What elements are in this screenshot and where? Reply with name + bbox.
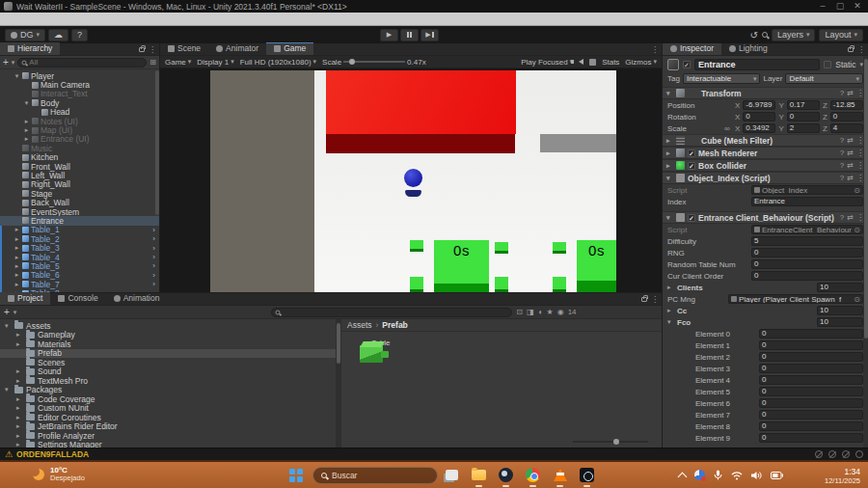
hierarchy-item[interactable]: Map (UI) ›	[0, 125, 159, 134]
icon-size-slider[interactable]	[573, 441, 648, 443]
search-icon[interactable]	[762, 32, 768, 38]
close-button[interactable]: ✕	[851, 0, 864, 13]
vsync-icon[interactable]	[589, 59, 596, 66]
project-tree-item[interactable]: Prefab	[0, 349, 336, 359]
expand-arrow-icon[interactable]	[16, 377, 23, 385]
expand-arrow-icon[interactable]	[16, 404, 23, 412]
active-checkbox[interactable]: ✓	[683, 61, 691, 68]
tab-project[interactable]: Project	[0, 292, 50, 305]
resolution-dropdown[interactable]: Full HD (1920x1080) ▾	[240, 58, 316, 67]
layers-dropdown[interactable]: Layers ▾	[772, 29, 816, 41]
value-field[interactable]: 0	[751, 271, 863, 281]
axis-z-field[interactable]: 4	[830, 123, 863, 133]
element-field[interactable]: 0	[759, 433, 863, 443]
tab-inspector[interactable]: Inspector	[663, 43, 721, 55]
kebab-menu-icon[interactable]: ⋮	[149, 45, 156, 54]
weather-widget[interactable]: 10°C Despejado	[33, 466, 85, 483]
file-explorer-icon[interactable]	[471, 467, 487, 483]
axis-x-field[interactable]: 0	[743, 112, 775, 122]
hierarchy-item[interactable]: Player ›	[0, 71, 159, 80]
box-collider-header[interactable]: ▸ ✓ Box Collider ? ⇄ ⋮	[663, 159, 868, 172]
project-tree-item[interactable]: Editor Coroutines	[0, 413, 336, 422]
unity-app-icon[interactable]	[579, 467, 595, 483]
hierarchy-item[interactable]: Back_Wall ›	[0, 198, 159, 206]
search-in-icon[interactable]: ⊡	[516, 308, 523, 316]
gizmos-dropdown[interactable]: Gizmos ▾	[625, 58, 657, 67]
presets-icon[interactable]: ⇄	[847, 174, 854, 182]
expand-arrow-icon[interactable]	[14, 235, 20, 243]
inspector-scrollbar[interactable]	[864, 59, 868, 339]
expand-arrow-icon[interactable]	[16, 340, 23, 348]
presets-icon[interactable]: ⇄	[847, 213, 854, 222]
expand-arrow-icon[interactable]: ▸	[666, 149, 673, 157]
hierarchy-item[interactable]: Body ›	[0, 98, 159, 107]
expand-arrow-icon[interactable]	[16, 395, 23, 403]
project-search-input[interactable]	[283, 308, 508, 316]
axis-y-field[interactable]: 0.17	[787, 100, 820, 110]
taskbar-clock[interactable]: 1:34 12/11/2025	[825, 467, 860, 485]
filter-label-icon[interactable]: ◖	[538, 308, 543, 316]
hierarchy-item[interactable]: Head ›	[0, 108, 159, 117]
battery-icon[interactable]	[771, 472, 783, 479]
component-enabled-checkbox[interactable]: ✓	[688, 149, 695, 157]
help-icon[interactable]: ?	[840, 149, 844, 157]
hierarchy-item[interactable]: Entrance ›	[0, 216, 159, 225]
filter-type-icon[interactable]: ◨	[527, 308, 534, 316]
project-tree-item[interactable]: Profile Analyzer	[0, 431, 336, 441]
tab-hierarchy[interactable]: Hierarchy	[0, 42, 60, 55]
project-tree-item[interactable]: Gameplay	[0, 331, 336, 340]
element-field[interactable]: 0	[759, 410, 863, 420]
object-index-header[interactable]: ▾ Object_Index (Script) ? ⇄ ⋮	[663, 172, 868, 184]
expand-arrow-icon[interactable]	[14, 244, 20, 252]
step-button[interactable]: ▶	[420, 29, 439, 41]
pc-mng-object-field[interactable]: Player (Player Client Spawn_f ⊙	[728, 294, 863, 304]
expand-arrow-icon[interactable]	[14, 281, 20, 288]
element-field[interactable]: 0	[759, 352, 863, 362]
expand-arrow-icon[interactable]	[14, 72, 20, 80]
tag-dropdown[interactable]: Interactuable▾	[683, 73, 761, 84]
hierarchy-search-input[interactable]	[29, 58, 143, 67]
slider-knob[interactable]	[349, 59, 355, 65]
element-field[interactable]: 0	[759, 340, 863, 350]
axis-z-field[interactable]: 0	[830, 112, 863, 122]
expand-arrow-icon[interactable]	[16, 414, 23, 421]
tray-expand-icon[interactable]	[679, 472, 686, 478]
cloud-button[interactable]: ☁	[48, 29, 68, 41]
scrollbar-thumb[interactable]	[337, 323, 340, 364]
expand-arrow-icon[interactable]	[5, 386, 12, 393]
index-field[interactable]: Entrance	[751, 197, 863, 206]
gameobject-name-field[interactable]	[694, 59, 820, 70]
component-enabled-checkbox[interactable]: ✓	[688, 162, 695, 170]
favorites-star-icon[interactable]: ★	[546, 308, 553, 316]
project-tree-item[interactable]: Settings Manager	[0, 441, 336, 448]
project-tree-item[interactable]: JetBrains Rider Editor	[0, 422, 336, 432]
mesh-filter-header[interactable]: ▸ Cube (Mesh Filter) ? ⇄ ⋮	[663, 134, 868, 147]
open-prefab-chevron[interactable]: ›	[152, 253, 159, 261]
open-prefab-chevron[interactable]: ›	[152, 280, 159, 288]
cache-server-disabled-icon[interactable]	[815, 450, 823, 458]
hierarchy-item[interactable]: Notes (UI) ›	[0, 117, 159, 125]
open-prefab-chevron[interactable]: ›	[152, 261, 159, 270]
tab-scene[interactable]: Scene	[160, 42, 208, 55]
expand-arrow-icon[interactable]: ▾	[666, 175, 673, 182]
hierarchy-item[interactable]: Kitchen ›	[0, 153, 159, 162]
hierarchy-item[interactable]: Table_7 ›	[0, 280, 159, 288]
open-prefab-chevron[interactable]: ›	[152, 234, 159, 243]
script-object-field[interactable]: EntranceClient_Behaviour ⊙	[751, 225, 863, 234]
expand-arrow-icon[interactable]	[14, 226, 20, 233]
expand-arrow-icon[interactable]	[23, 135, 30, 143]
open-prefab-chevron[interactable]: ›	[152, 226, 159, 234]
clients-foldout[interactable]: ▸ Clients 10	[663, 282, 868, 293]
expand-arrow-icon[interactable]: ▾	[666, 214, 673, 222]
hierarchy-item[interactable]: Music ›	[0, 144, 159, 152]
microphone-icon[interactable]	[714, 470, 722, 480]
hierarchy-item[interactable]: Table_5 ›	[0, 261, 159, 270]
project-tree-item[interactable]: Packages	[0, 386, 336, 395]
expand-arrow-icon[interactable]: ▾	[667, 318, 674, 326]
vlc-icon[interactable]	[552, 467, 568, 483]
axis-y-field[interactable]: 2	[787, 123, 820, 133]
static-checkbox[interactable]	[824, 61, 831, 68]
search-filter-icon[interactable]: ⊞	[149, 58, 156, 67]
display-target-dropdown[interactable]: Game ▾	[165, 58, 191, 67]
expand-arrow-icon[interactable]: ▾	[666, 90, 673, 97]
